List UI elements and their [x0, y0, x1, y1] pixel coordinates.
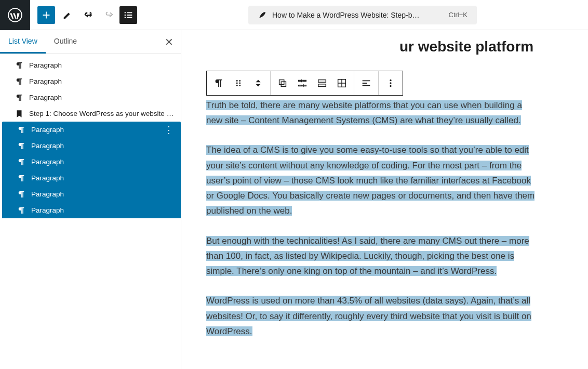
- sidebar-tabs: List View Outline ✕: [0, 30, 181, 54]
- tree-item-label: Paragraph: [29, 94, 62, 101]
- paragraph-text: WordPress is used on more than 43.5% of …: [206, 296, 531, 336]
- svg-point-14: [390, 85, 391, 87]
- tree-item-label: Step 1: Choose WordPress as your website…: [29, 110, 173, 117]
- svg-rect-9: [318, 80, 326, 83]
- wordpress-icon: [8, 8, 22, 22]
- align-icon: [360, 77, 372, 89]
- tree-item-paragraph[interactable]: Paragraph: [2, 170, 181, 186]
- tree-item-paragraph[interactable]: Paragraph: [2, 138, 181, 154]
- paragraph-icon: [213, 77, 224, 89]
- drag-icon: [233, 77, 244, 89]
- more-vertical-icon: [385, 77, 396, 89]
- paragraph-block[interactable]: The idea of a CMS is to give you some ea…: [206, 142, 539, 218]
- svg-point-6: [239, 85, 240, 86]
- document-title-bar[interactable]: How to Make a WordPress Website: Step-b……: [248, 6, 477, 24]
- undo-button[interactable]: [78, 5, 99, 25]
- paragraph-block[interactable]: Truth be told, there are many website pl…: [206, 98, 539, 128]
- close-sidebar-button[interactable]: ✕: [165, 37, 173, 47]
- tree-item-label: Paragraph: [31, 206, 64, 214]
- undo-icon: [83, 9, 94, 21]
- block-tree: ParagraphParagraphParagraphStep 1: Choos…: [0, 54, 181, 369]
- svg-rect-8: [281, 82, 286, 86]
- paragraph-text: But enough with the technicalities! As I…: [206, 236, 529, 276]
- paragraph-text: The idea of a CMS is to give you some ea…: [206, 145, 534, 216]
- tree-item-paragraph[interactable]: Paragraph: [0, 73, 181, 89]
- align-text-button[interactable]: [356, 71, 376, 95]
- svg-point-5: [236, 85, 238, 86]
- more-options-button[interactable]: [381, 71, 400, 95]
- plus-icon: [41, 9, 52, 21]
- tree-item-paragraph[interactable]: Paragraph: [2, 186, 181, 202]
- tree-item-label: Paragraph: [29, 77, 62, 85]
- tree-item-paragraph[interactable]: Paragraph⋮: [2, 122, 181, 138]
- svg-point-2: [239, 80, 240, 82]
- paragraph-text: Truth be told, there are many website pl…: [206, 100, 522, 125]
- svg-point-1: [236, 80, 238, 82]
- list-view-sidebar: List View Outline ✕ ParagraphParagraphPa…: [0, 30, 181, 369]
- transform-button[interactable]: [292, 71, 312, 95]
- pencil-icon: [62, 9, 73, 21]
- svg-point-12: [390, 80, 391, 81]
- transform-icon: [297, 77, 308, 89]
- paragraph-block[interactable]: But enough with the technicalities! As I…: [206, 233, 539, 279]
- more-vertical-icon[interactable]: ⋮: [164, 124, 176, 136]
- tree-item-heading[interactable]: Step 1: Choose WordPress as your website…: [0, 106, 181, 122]
- heading-partial[interactable]: ur website platform: [399, 38, 533, 55]
- grid-button[interactable]: [332, 71, 352, 95]
- block-toolbar: [206, 71, 403, 96]
- rows-button[interactable]: [312, 71, 332, 95]
- svg-rect-10: [318, 84, 326, 87]
- redo-icon: [103, 9, 115, 21]
- tree-item-label: Paragraph: [31, 190, 64, 198]
- rows-icon: [316, 77, 328, 89]
- wp-logo[interactable]: [0, 0, 30, 30]
- top-toolbar: How to Make a WordPress Website: Step-b……: [0, 0, 588, 30]
- document-title: How to Make a WordPress Website: Step-b…: [272, 11, 444, 19]
- add-block-button[interactable]: [37, 6, 55, 24]
- shortcut-hint: Ctrl+K: [449, 11, 467, 19]
- tree-item-label: Paragraph: [31, 126, 64, 134]
- chevrons-icon: [252, 77, 264, 89]
- list-view-icon: [123, 9, 134, 21]
- paragraph-block[interactable]: WordPress is used on more than 43.5% of …: [206, 293, 539, 339]
- align-button[interactable]: [273, 71, 292, 95]
- feather-icon: [258, 10, 267, 20]
- tree-item-paragraph[interactable]: Paragraph: [0, 89, 181, 106]
- block-type-button[interactable]: [209, 71, 229, 95]
- tree-item-label: Paragraph: [31, 158, 64, 166]
- document-overview-button[interactable]: [119, 6, 137, 24]
- tab-outline[interactable]: Outline: [46, 30, 85, 54]
- tree-item-paragraph[interactable]: Paragraph: [2, 154, 181, 170]
- tree-item-label: Paragraph: [29, 61, 62, 69]
- svg-rect-7: [279, 80, 284, 85]
- tree-item-label: Paragraph: [31, 142, 64, 150]
- tab-list-view[interactable]: List View: [0, 30, 46, 54]
- tree-item-label: Paragraph: [31, 174, 64, 182]
- svg-point-3: [236, 83, 238, 84]
- tree-item-paragraph[interactable]: Paragraph: [2, 202, 181, 218]
- move-buttons[interactable]: [248, 71, 268, 95]
- redo-button[interactable]: [99, 5, 119, 25]
- grid-icon: [336, 77, 348, 89]
- drag-handle[interactable]: [229, 71, 248, 95]
- svg-point-4: [239, 83, 240, 84]
- tree-item-paragraph[interactable]: Paragraph: [0, 57, 181, 73]
- svg-point-13: [390, 82, 391, 84]
- copy-icon: [277, 77, 288, 89]
- editor-canvas[interactable]: ur website platform: [181, 30, 588, 369]
- edit-button[interactable]: [57, 5, 78, 25]
